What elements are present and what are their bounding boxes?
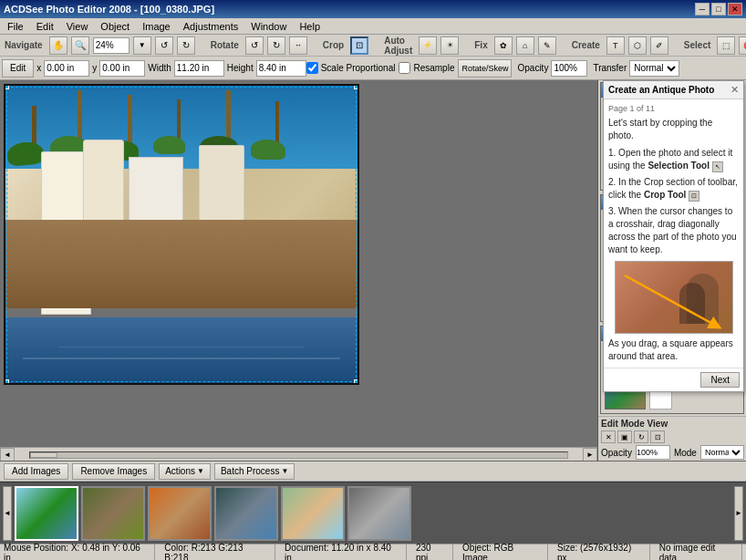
guide-panel-header: Create an Antique Photo ✕ bbox=[604, 81, 743, 99]
fix-btn3[interactable]: ✎ bbox=[538, 36, 556, 55]
menu-object[interactable]: Object bbox=[95, 20, 135, 33]
menu-view[interactable]: View bbox=[61, 20, 94, 33]
batch-process-dropdown: Batch Process ▼ bbox=[214, 463, 295, 480]
edit-mode-button[interactable]: Edit bbox=[2, 59, 34, 78]
filmstrip-thumb-5[interactable] bbox=[281, 486, 345, 541]
batch-process-button[interactable]: Batch Process ▼ bbox=[214, 463, 295, 480]
guide-step1-bold: Selection Tool bbox=[648, 161, 710, 171]
create-btn2[interactable]: ⬡ bbox=[628, 36, 647, 55]
filmstrip-thumb-6[interactable] bbox=[347, 486, 411, 541]
height-input[interactable] bbox=[256, 60, 306, 77]
crop-tool-btn[interactable]: ⊡ bbox=[350, 36, 368, 55]
zoom-out-btn[interactable]: ▼ bbox=[133, 36, 151, 55]
window-title: ACDSee Photo Editor 2008 - [100_0380.JPG… bbox=[4, 4, 214, 15]
handle-tl[interactable] bbox=[4, 84, 9, 89]
nav-btn2[interactable]: ↻ bbox=[177, 36, 195, 55]
fix-btn2[interactable]: ⌂ bbox=[516, 36, 534, 55]
menu-adjustments[interactable]: Adjustments bbox=[178, 20, 244, 33]
opacity-input[interactable] bbox=[551, 60, 587, 77]
filmstrip-toolbar: Add Images Remove Images Actions ▼ Batch… bbox=[0, 461, 746, 482]
x-input[interactable] bbox=[44, 60, 89, 77]
opacity-label: Opacity bbox=[517, 63, 548, 73]
filmstrip-thumb-3[interactable] bbox=[148, 486, 212, 541]
guide-next-button[interactable]: Next bbox=[700, 372, 740, 388]
image-panel: ◄ ► bbox=[0, 80, 598, 461]
menu-window[interactable]: Window bbox=[245, 20, 292, 33]
scrollbar-thumb[interactable] bbox=[30, 452, 57, 458]
filmstrip-thumb-1[interactable] bbox=[15, 486, 78, 541]
create-label: Create bbox=[572, 40, 600, 50]
rotate-right-btn[interactable]: ↻ bbox=[267, 36, 285, 55]
guide-close-btn[interactable]: ✕ bbox=[730, 84, 739, 96]
nav-btn1[interactable]: ↺ bbox=[155, 36, 173, 55]
edit-mode-btn1[interactable]: ✕ bbox=[601, 430, 616, 443]
edit-mode-btn4[interactable]: ⊡ bbox=[650, 430, 665, 443]
scrollbar-track[interactable] bbox=[29, 451, 568, 459]
horizontal-scrollbar[interactable]: ◄ ► bbox=[0, 447, 597, 461]
rotate-label: Rotate bbox=[211, 40, 239, 50]
batch-process-label: Batch Process bbox=[221, 466, 279, 476]
auto-adjust-label: Auto Adjust bbox=[384, 36, 412, 56]
rotate-skew-btn[interactable]: Rotate/Skew bbox=[458, 59, 512, 78]
zoom-input[interactable] bbox=[93, 37, 130, 54]
crop-label: Crop bbox=[323, 40, 344, 50]
add-images-button[interactable]: Add Images bbox=[4, 463, 68, 480]
fix-btn1[interactable]: ✿ bbox=[494, 36, 513, 55]
edit-mode-btn3[interactable]: ↻ bbox=[634, 430, 648, 443]
svg-line-1 bbox=[625, 275, 716, 326]
status-mouse-pos: Mouse Position: X: 0.48 in Y: 0.06 in bbox=[4, 544, 155, 560]
scale-proportional-check[interactable]: Scale Proportional bbox=[306, 62, 396, 74]
x-label: x bbox=[36, 63, 41, 73]
create-btn3[interactable]: ✐ bbox=[650, 36, 668, 55]
guide-panel-content: Page 1 of 11 Let's start by cropping the… bbox=[604, 99, 743, 368]
filmstrip-scroll-left[interactable]: ◄ bbox=[3, 486, 12, 541]
menu-help[interactable]: Help bbox=[294, 20, 326, 33]
status-color: Color: R:213 G:213 B:218 bbox=[164, 544, 275, 560]
actions-button[interactable]: Actions ▼ bbox=[159, 463, 211, 480]
create-btn1[interactable]: T bbox=[606, 36, 625, 55]
rotate-left-btn[interactable]: ↺ bbox=[245, 36, 264, 55]
zoom-in-btn[interactable]: 🔍 bbox=[71, 36, 89, 55]
opacity-mode-input[interactable] bbox=[636, 445, 670, 460]
guide-arrow-svg bbox=[616, 262, 732, 333]
auto-btn2[interactable]: ☀ bbox=[440, 36, 459, 55]
transfer-select[interactable]: Normal Multiply Screen bbox=[629, 60, 679, 77]
width-input[interactable] bbox=[174, 60, 224, 77]
selection-tool-icon: ↖ bbox=[712, 161, 723, 172]
resample-check[interactable]: Resample bbox=[399, 62, 454, 74]
status-ppi: 230 ppi bbox=[416, 544, 453, 560]
select-label: Select bbox=[684, 40, 710, 50]
scroll-left-arrow[interactable]: ◄ bbox=[0, 448, 15, 462]
guide-step3: 3. When the cursor changes to a crosshai… bbox=[608, 205, 739, 256]
remove-images-button[interactable]: Remove Images bbox=[72, 463, 155, 480]
mode-select[interactable]: Normal Multiply bbox=[700, 445, 744, 460]
image-canvas-area bbox=[0, 80, 597, 447]
menu-image[interactable]: Image bbox=[137, 20, 176, 33]
minimize-button[interactable]: ─ bbox=[695, 3, 710, 16]
filmstrip-thumb-2[interactable] bbox=[81, 486, 145, 541]
hand-tool-btn[interactable]: ✋ bbox=[49, 36, 67, 55]
menu-file[interactable]: File bbox=[2, 20, 29, 33]
toolbar-row-1: Navigate ✋ 🔍 ▼ ↺ ↻ Rotate ↺ ↻ ↔ Crop ⊡ A… bbox=[0, 35, 746, 57]
menu-edit[interactable]: Edit bbox=[31, 20, 59, 33]
status-bar: Mouse Position: X: 0.48 in Y: 0.06 in Co… bbox=[0, 544, 746, 560]
close-button[interactable]: ✕ bbox=[728, 3, 742, 16]
edit-mode-btn2[interactable]: ▣ bbox=[617, 430, 632, 443]
handle-tr[interactable] bbox=[354, 84, 359, 89]
scroll-right-arrow[interactable]: ► bbox=[583, 448, 597, 462]
handle-bl[interactable] bbox=[4, 379, 9, 385]
fix-label: Fix bbox=[474, 40, 487, 50]
crop-tool-icon: ⊡ bbox=[689, 191, 699, 202]
guide-panel: Create an Antique Photo ✕ Page 1 of 11 L… bbox=[603, 80, 744, 392]
handle-br[interactable] bbox=[354, 379, 359, 385]
select-btn2[interactable]: ⭕ bbox=[739, 36, 746, 55]
select-btn1[interactable]: ⬚ bbox=[717, 36, 735, 55]
auto-btn[interactable]: ⚡ bbox=[419, 36, 437, 55]
guide-page-indicator: Page 1 of 11 bbox=[608, 104, 739, 113]
flip-h-btn[interactable]: ↔ bbox=[289, 36, 307, 55]
guide-panel-footer: Next bbox=[604, 368, 743, 391]
filmstrip-thumb-4[interactable] bbox=[214, 486, 278, 541]
y-input[interactable] bbox=[99, 60, 145, 77]
maximize-button[interactable]: □ bbox=[711, 3, 726, 16]
filmstrip-scroll-right[interactable]: ► bbox=[734, 486, 743, 541]
